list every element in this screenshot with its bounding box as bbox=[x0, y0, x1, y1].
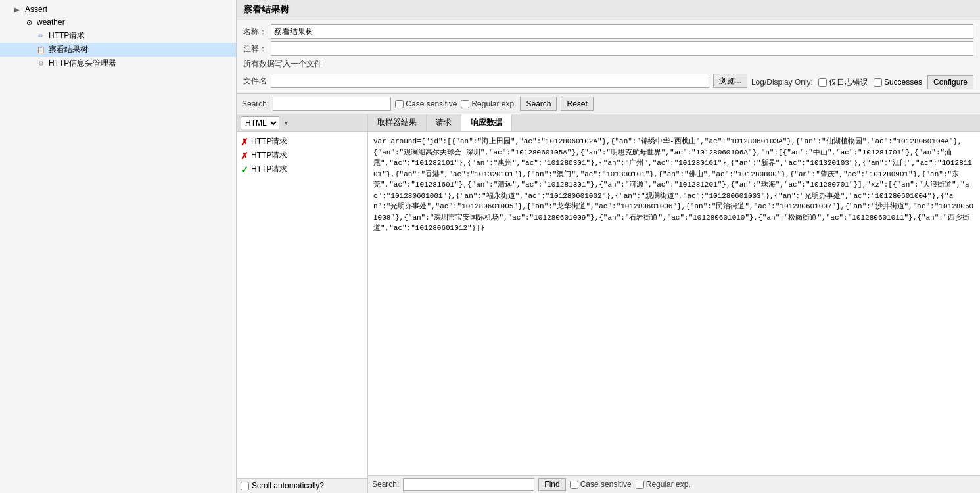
bottom-case-sensitive-check[interactable] bbox=[570, 481, 578, 489]
response-content: var around={"jd":[{"an":"海上田园","ac":"101… bbox=[368, 132, 980, 475]
arrow-icon: ▶ bbox=[12, 4, 22, 14]
tab-request[interactable]: 请求 bbox=[427, 114, 461, 131]
main-content: HTML Text JSON ▼ ✗ HTTP请求 ✗ HTTP请求 ✓ bbox=[237, 114, 980, 493]
dropdown-arrow: ▼ bbox=[282, 120, 291, 126]
tree-http-manager[interactable]: ⚙ HTTP信息头管理器 bbox=[0, 57, 236, 70]
bottom-search-input[interactable] bbox=[403, 478, 534, 491]
section-title: 所有数据写入一个文件 bbox=[243, 59, 973, 70]
comment-row: 注释： bbox=[243, 41, 973, 56]
scroll-auto-label: Scroll automatically? bbox=[252, 481, 324, 490]
browse-button[interactable]: 浏览... bbox=[713, 74, 747, 88]
weather-label: weather bbox=[37, 18, 65, 27]
errors-only-check[interactable] bbox=[818, 78, 827, 87]
response-pane: 取样器结果 请求 响应数据 var around={"jd":[{"an":"海… bbox=[368, 114, 980, 493]
filename-label: 文件名 bbox=[243, 76, 267, 87]
pencil-icon: ✏ bbox=[35, 31, 46, 41]
configure-button[interactable]: Configure bbox=[927, 75, 973, 89]
http-request-main-label: HTTP请求 bbox=[49, 30, 85, 41]
name-row: 名称： bbox=[243, 24, 973, 39]
assert-label: Assert bbox=[25, 5, 47, 14]
page-title: 察看结果树 bbox=[243, 4, 289, 14]
reset-button[interactable]: Reset bbox=[561, 97, 593, 111]
bottom-case-sensitive-checkbox[interactable]: Case sensitive bbox=[570, 480, 632, 489]
errors-only-checkbox[interactable]: 仅日志错误 bbox=[818, 77, 868, 88]
scroll-auto-checkbox[interactable] bbox=[241, 482, 249, 490]
successes-checkbox[interactable]: Successes bbox=[874, 78, 922, 87]
successes-check[interactable] bbox=[874, 78, 882, 87]
regular-exp-check[interactable] bbox=[461, 100, 469, 108]
result-tree-icon: 📋 bbox=[35, 45, 46, 55]
search-input[interactable] bbox=[273, 97, 391, 111]
name-input[interactable] bbox=[271, 24, 973, 39]
scroll-auto-row: Scroll automatically? bbox=[237, 478, 367, 493]
gear-icon: ⚙ bbox=[35, 59, 46, 69]
list-item-0[interactable]: ✗ HTTP请求 bbox=[237, 135, 367, 149]
tree-http-request-main[interactable]: ✏ HTTP请求 bbox=[0, 29, 236, 43]
case-sensitive-checkbox[interactable]: Case sensitive bbox=[395, 99, 457, 108]
format-select[interactable]: HTML Text JSON bbox=[241, 116, 279, 129]
tabs-row: 取样器结果 请求 响应数据 bbox=[368, 114, 980, 132]
tree-assert[interactable]: ▶ Assert bbox=[0, 3, 236, 16]
tab-response[interactable]: 响应数据 bbox=[461, 114, 512, 131]
list-label-2: HTTP请求 bbox=[251, 164, 287, 175]
name-label: 名称： bbox=[243, 26, 267, 37]
status-icon-red-0: ✗ bbox=[241, 137, 248, 147]
form-area: 名称： 注释： 所有数据写入一个文件 文件名 浏览... Log/Display… bbox=[237, 20, 980, 94]
log-only-label: Log/Display Only: bbox=[751, 78, 813, 87]
search-label: Search: bbox=[242, 99, 269, 108]
http-manager-label: HTTP信息头管理器 bbox=[49, 58, 116, 69]
title-bar: 察看结果树 bbox=[237, 0, 980, 20]
tab-sampler[interactable]: 取样器结果 bbox=[368, 114, 427, 131]
bottom-search-bar: Search: Find Case sensitive Regular exp. bbox=[368, 475, 980, 493]
left-panel: ▶ Assert ⊙ weather ✏ HTTP请求 📋 察看结果树 ⚙ HT… bbox=[0, 0, 237, 493]
comment-input[interactable] bbox=[271, 41, 973, 56]
find-button[interactable]: Find bbox=[538, 478, 565, 491]
html-pane: HTML Text JSON ▼ ✗ HTTP请求 ✗ HTTP请求 ✓ bbox=[237, 114, 368, 493]
format-dropdown[interactable]: HTML Text JSON ▼ bbox=[241, 116, 291, 129]
list-item-1[interactable]: ✗ HTTP请求 bbox=[237, 149, 367, 162]
search-button[interactable]: Search bbox=[520, 97, 557, 111]
list-item-2[interactable]: ✓ HTTP请求 bbox=[237, 162, 367, 176]
case-sensitive-check[interactable] bbox=[395, 100, 404, 108]
circle-icon: ⊙ bbox=[24, 17, 34, 28]
top-search-bar: Search: Case sensitive Regular exp. Sear… bbox=[237, 94, 980, 114]
result-tree-label: 察看结果树 bbox=[49, 44, 88, 55]
list-label-1: HTTP请求 bbox=[251, 150, 287, 161]
html-list: ✗ HTTP请求 ✗ HTTP请求 ✓ HTTP请求 bbox=[237, 132, 367, 478]
list-label-0: HTTP请求 bbox=[251, 136, 287, 147]
html-pane-header: HTML Text JSON ▼ bbox=[237, 114, 367, 132]
tree-weather[interactable]: ⊙ weather bbox=[0, 16, 236, 29]
filename-input[interactable] bbox=[271, 74, 709, 88]
status-icon-green-2: ✓ bbox=[241, 164, 248, 175]
status-icon-red-1: ✗ bbox=[241, 151, 248, 161]
bottom-regular-exp-checkbox[interactable]: Regular exp. bbox=[636, 480, 691, 489]
right-panel: 察看结果树 名称： 注释： 所有数据写入一个文件 文件名 浏览... Log/D… bbox=[237, 0, 980, 493]
tree-result-tree[interactable]: 📋 察看结果树 bbox=[0, 43, 236, 57]
bottom-search-label: Search: bbox=[372, 480, 399, 489]
log-options-row: Log/Display Only: 仅日志错误 Successes Config… bbox=[751, 75, 973, 89]
file-row: 文件名 浏览... Log/Display Only: 仅日志错误 Succes… bbox=[243, 72, 973, 89]
bottom-regular-exp-check[interactable] bbox=[636, 481, 644, 489]
regular-exp-checkbox[interactable]: Regular exp. bbox=[461, 99, 516, 108]
comment-label: 注释： bbox=[243, 43, 267, 55]
